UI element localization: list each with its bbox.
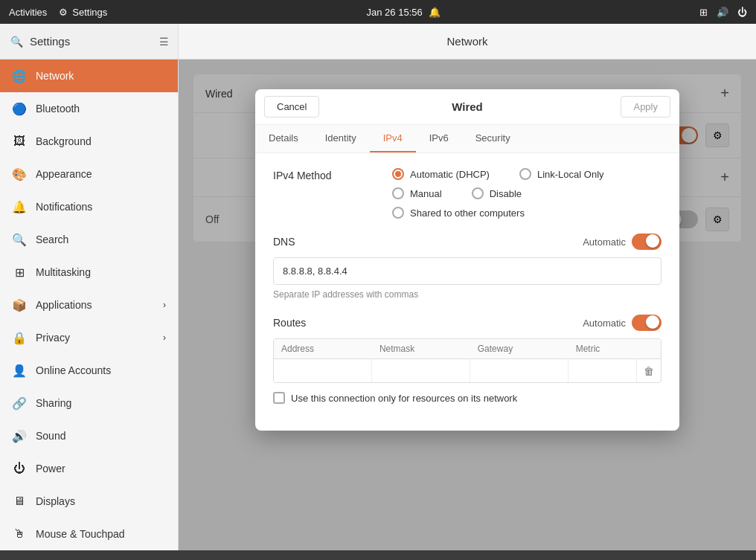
sidebar-item-search[interactable]: 🔍Search [0,223,178,256]
sound-icon: 🔊 [12,428,27,443]
sidebar-item-sharing[interactable]: 🔗Sharing [0,387,178,419]
tab-ipv6[interactable]: IPv6 [416,125,462,152]
sidebar-item-background[interactable]: 🖼Background [0,125,178,158]
radio-circle-link [519,168,531,180]
sidebar-item-privacy[interactable]: 🔒Privacy› [0,321,178,354]
sidebar-item-notifications[interactable]: 🔔Notifications [0,190,178,223]
sidebar-item-label-displays: Displays [36,495,75,507]
radio-circle-manual [392,187,404,199]
radio-circle-auto [392,168,404,180]
sidebar-item-power[interactable]: ⏻Power [0,452,178,485]
appearance-icon: 🎨 [12,167,27,181]
radio-auto-label: Automatic (DHCP) [410,169,490,180]
sidebar-header: 🔍 Settings ☰ [0,24,178,59]
route-address-input[interactable] [274,359,371,382]
sidebar-item-mouse-touchpad[interactable]: 🖱Mouse & Touchpad [0,518,178,550]
radio-group: Automatic (DHCP) Link-Local Only [392,168,662,219]
settings-label-topbar[interactable]: Settings [72,7,107,18]
routes-tbody: 🗑 [274,359,661,382]
route-metric-input[interactable] [568,359,636,382]
topbar-settings: ⚙ Settings [59,7,107,18]
ipv4-method-section: IPv4 Method Automatic (DHCP) [273,168,662,219]
route-gateway-input[interactable] [470,359,568,382]
tab-details[interactable]: Details [255,125,312,152]
dns-toggle-knob [646,234,659,248]
sidebar-item-label-power: Power [36,463,65,474]
sidebar-items: 🌐Network🔵Bluetooth🖼Background🎨Appearance… [0,59,178,550]
sidebar-item-label-online-accounts: Online Accounts [36,364,111,376]
chevron-right-icon-applications: › [163,300,166,310]
dns-label: DNS [273,236,295,248]
ipv4-method-label: IPv4 Method [273,168,392,181]
sidebar-item-applications[interactable]: 📦Applications› [0,289,178,321]
radio-auto-dhcp[interactable]: Automatic (DHCP) [392,168,490,180]
sidebar-item-network[interactable]: 🌐Network [0,59,178,92]
radio-manual[interactable]: Manual [392,187,442,199]
routes-td-del: 🗑 [637,359,661,382]
sound-icon-topbar: 🔊 [717,7,728,18]
main-body: Wired + ⚙ + Off [179,59,756,550]
sidebar-item-label-background: Background [36,135,92,147]
apply-button[interactable]: Apply [621,96,670,118]
sidebar-item-label-appearance: Appearance [36,168,92,180]
chevron-right-icon-privacy: › [163,332,166,343]
topbar: Activities ⚙ Settings Jan 26 15:56 🔔 ⊞ 🔊… [0,0,756,24]
radio-row1: Automatic (DHCP) Link-Local Only [392,168,662,180]
sidebar-item-online-accounts[interactable]: 👤Online Accounts [0,354,178,387]
routes-td-netmask [372,359,470,382]
sidebar: 🔍 Settings ☰ 🌐Network🔵Bluetooth🖼Backgrou… [0,24,179,550]
tab-security[interactable]: Security [462,125,524,152]
route-delete-button[interactable]: 🗑 [641,362,657,380]
tab-identity[interactable]: Identity [312,125,370,152]
radio-circle-disable [472,187,484,199]
sidebar-item-label-privacy: Privacy [36,332,70,344]
dns-section: DNS Automatic Separate IP addresses with… [273,234,662,300]
sidebar-item-appearance[interactable]: 🎨Appearance [0,158,178,190]
routes-th-gateway: Gateway [470,339,568,358]
modal-titlebar: Cancel Wired Apply [255,89,679,125]
network-only-checkbox[interactable] [273,392,285,404]
sidebar-item-label-notifications: Notifications [36,201,92,213]
network-icon: 🌐 [12,68,27,83]
modal-title: Wired [452,100,483,113]
radio-disable[interactable]: Disable [472,187,522,199]
modal-overlay: Cancel Wired Apply Details Identity IPv4… [179,59,756,550]
topbar-right: ⊞ 🔊 ⏻ [699,7,747,18]
radio-link-label: Link-Local Only [537,169,604,180]
cancel-button[interactable]: Cancel [264,96,319,118]
topbar-left: Activities ⚙ Settings [9,7,107,18]
routes-toggle[interactable] [632,315,662,331]
radio-shared[interactable]: Shared to other computers [392,207,525,219]
tab-ipv4[interactable]: IPv4 [370,125,416,152]
privacy-icon: 🔒 [12,330,27,345]
routes-auto-label: Automatic [583,318,626,329]
routes-section: Routes Automatic Address [273,315,662,404]
main-header: Network [179,24,756,59]
background-icon: 🖼 [12,134,27,149]
activities-label[interactable]: Activities [9,7,47,18]
menu-icon[interactable]: ☰ [159,36,169,48]
sidebar-item-bluetooth[interactable]: 🔵Bluetooth [0,92,178,125]
sidebar-item-label-sound: Sound [36,430,65,442]
mouse-touchpad-icon: 🖱 [12,527,27,541]
datetime-label: Jan 26 15:56 [367,7,423,18]
sidebar-item-multitasking[interactable]: ⊞Multitasking [0,256,178,289]
dns-header: DNS Automatic [273,234,662,250]
search-icon[interactable]: 🔍 [9,34,24,49]
radio-link-local[interactable]: Link-Local Only [519,168,604,180]
radio-disable-label: Disable [490,188,522,199]
routes-th-action [637,339,661,358]
radio-circle-shared [392,207,404,219]
routes-auto: Automatic [583,315,662,331]
route-netmask-input[interactable] [372,359,470,382]
sidebar-item-label-search: Search [36,234,68,245]
dns-input[interactable] [273,257,662,285]
dns-toggle[interactable] [632,234,662,250]
dns-auto-label: Automatic [583,236,626,248]
search-icon: 🔍 [12,232,27,247]
sidebar-item-sound[interactable]: 🔊Sound [0,419,178,452]
radio-shared-label: Shared to other computers [410,207,525,219]
sidebar-item-label-bluetooth: Bluetooth [36,103,80,115]
sidebar-item-displays[interactable]: 🖥Displays [0,485,178,518]
sidebar-item-label-mouse-touchpad: Mouse & Touchpad [36,528,125,540]
